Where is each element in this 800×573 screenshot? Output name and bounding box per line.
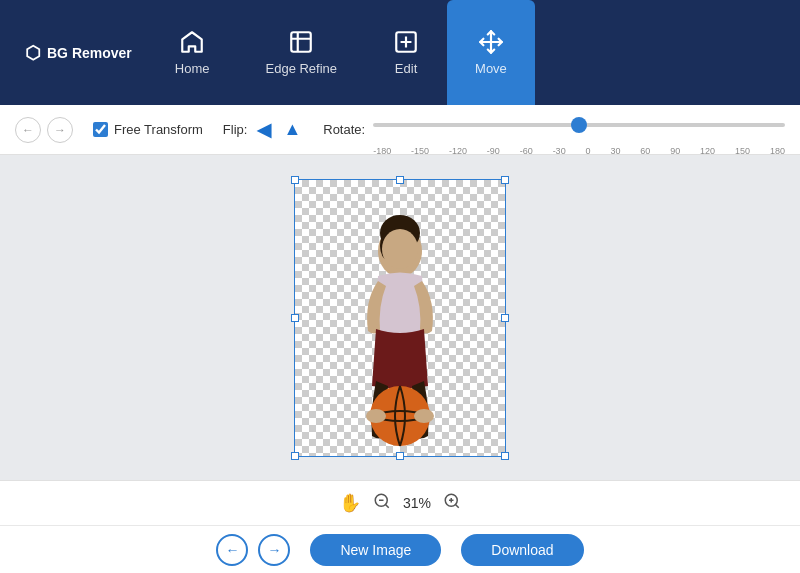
tab-edit-label: Edit	[395, 61, 417, 76]
zoom-level: 31%	[403, 495, 431, 511]
nav-tabs: Home Edge Refine Edit Move	[147, 0, 535, 105]
download-button[interactable]: Download	[461, 534, 583, 566]
free-transform-checkbox[interactable]	[93, 122, 108, 137]
resize-handle-middle-left[interactable]	[291, 314, 299, 322]
header: ⬡ BG Remover Home Edge Refine Edit	[0, 0, 800, 105]
svg-point-7	[382, 229, 418, 269]
tab-home[interactable]: Home	[147, 0, 238, 105]
svg-point-10	[414, 409, 434, 423]
free-transform-group: Free Transform	[93, 122, 203, 137]
logo: ⬡ BG Remover	[10, 42, 147, 64]
prev-button[interactable]: ←	[216, 534, 248, 566]
home-icon	[179, 29, 205, 55]
flip-label: Flip:	[223, 122, 248, 137]
next-button[interactable]: →	[258, 534, 290, 566]
tab-home-label: Home	[175, 61, 210, 76]
edge-refine-icon	[288, 29, 314, 55]
footer-nav: ← →	[216, 534, 290, 566]
svg-point-9	[366, 409, 386, 423]
flip-horizontal-icon: ◀	[257, 119, 271, 141]
logo-icon: ⬡	[25, 42, 41, 64]
rotate-section: Rotate: -180-150-120-90-60-3003060901201…	[323, 115, 785, 144]
hand-tool-icon[interactable]: ✋	[339, 492, 361, 514]
tab-move[interactable]: Move	[447, 0, 535, 105]
svg-line-15	[456, 504, 459, 507]
resize-handle-bottom-right[interactable]	[501, 452, 509, 460]
main-content: ← → Free Transform Flip: ◀ ▲ Rotate: -18…	[0, 105, 800, 573]
zoom-out-icon[interactable]	[373, 492, 391, 514]
flip-horizontal-button[interactable]: ◀	[255, 117, 273, 143]
image-frame[interactable]	[294, 179, 506, 457]
new-image-button[interactable]: New Image	[310, 534, 441, 566]
flip-section: Flip: ◀ ▲	[223, 117, 303, 143]
canvas-area	[0, 155, 800, 480]
tab-edge-refine[interactable]: Edge Refine	[238, 0, 366, 105]
edit-icon	[393, 29, 419, 55]
resize-handle-top-left[interactable]	[291, 176, 299, 184]
redo-button[interactable]: →	[47, 117, 73, 143]
free-transform-label: Free Transform	[114, 122, 203, 137]
app-title: BG Remover	[47, 45, 132, 61]
history-nav: ← →	[15, 117, 73, 143]
tab-edge-refine-label: Edge Refine	[266, 61, 338, 76]
resize-handle-bottom-middle[interactable]	[396, 452, 404, 460]
undo-button[interactable]: ←	[15, 117, 41, 143]
rotate-slider[interactable]	[373, 123, 785, 127]
rotate-label: Rotate:	[323, 122, 365, 137]
flip-vertical-icon: ▲	[283, 119, 301, 140]
person-image	[326, 201, 474, 456]
flip-vertical-button[interactable]: ▲	[281, 117, 303, 142]
svg-rect-0	[292, 32, 312, 52]
footer-bar: ← → New Image Download	[0, 525, 800, 573]
move-icon	[478, 29, 504, 55]
resize-handle-top-right[interactable]	[501, 176, 509, 184]
zoom-in-icon[interactable]	[443, 492, 461, 514]
resize-handle-bottom-left[interactable]	[291, 452, 299, 460]
toolbar: ← → Free Transform Flip: ◀ ▲ Rotate: -18…	[0, 105, 800, 155]
resize-handle-middle-right[interactable]	[501, 314, 509, 322]
resize-handle-top-middle[interactable]	[396, 176, 404, 184]
tab-edit[interactable]: Edit	[365, 0, 447, 105]
svg-line-12	[385, 504, 388, 507]
tab-move-label: Move	[475, 61, 507, 76]
zoom-bar: ✋ 31%	[0, 480, 800, 525]
